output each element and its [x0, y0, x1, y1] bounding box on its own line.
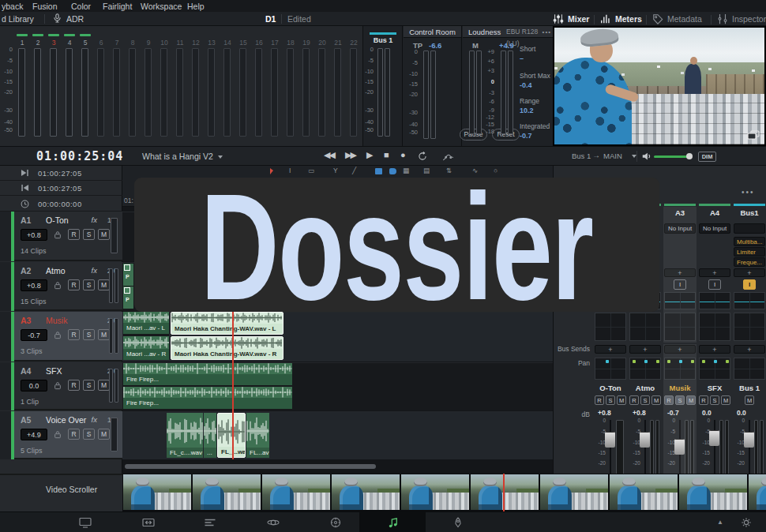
- audio-clip-selected[interactable]: FL_...wav: [217, 413, 246, 458]
- pan-display[interactable]: [699, 358, 730, 380]
- pan-display[interactable]: [595, 358, 626, 380]
- lock-icon[interactable]: [54, 331, 62, 339]
- dynamics-display[interactable]: [734, 313, 765, 341]
- track-gain-value[interactable]: +4.9: [21, 429, 47, 440]
- strip-db-value[interactable]: +0.8: [633, 409, 646, 417]
- track-m-button[interactable]: M: [98, 279, 110, 290]
- scroller-thumbnail[interactable]: [123, 474, 191, 510]
- channel-header[interactable]: Bus1: [734, 208, 765, 217]
- chevron-up-icon[interactable]: ▲: [717, 519, 723, 526]
- audio-clip[interactable]: Fire Firep...Fire Firep...: [123, 363, 292, 409]
- dynamics-display[interactable]: [629, 313, 661, 341]
- sound-library-button[interactable]: d Library: [2, 14, 34, 24]
- lock-icon[interactable]: [54, 381, 62, 390]
- add-effect-button[interactable]: +: [734, 268, 765, 277]
- track-fx-label[interactable]: fx: [92, 266, 97, 275]
- track-r-button[interactable]: R: [68, 229, 80, 240]
- input-selector[interactable]: [734, 223, 765, 234]
- strip-db-value[interactable]: 0.0: [702, 409, 712, 417]
- automation-icon[interactable]: [442, 152, 454, 162]
- eq-display[interactable]: [734, 292, 765, 309]
- effect-slot[interactable]: Freque...: [734, 257, 765, 267]
- scroller-playhead[interactable]: [503, 474, 505, 511]
- track-r-button[interactable]: R: [68, 279, 80, 290]
- media-icon[interactable]: [79, 517, 92, 528]
- edit-info-value[interactable]: 00:00:00:00: [38, 200, 82, 208]
- strip-name[interactable]: Bus 1: [734, 384, 765, 392]
- stop-button[interactable]: ■: [384, 150, 388, 159]
- timeline-scrollbar[interactable]: [125, 464, 376, 469]
- add-effect-button[interactable]: +: [699, 268, 730, 277]
- track-m-button[interactable]: M: [98, 429, 110, 440]
- view-toggle-meters[interactable]: Meters: [615, 14, 642, 24]
- rewind-button[interactable]: ◀◀: [324, 150, 334, 160]
- track-name[interactable]: Voice Over: [46, 415, 86, 425]
- track-name[interactable]: O-Ton: [46, 215, 69, 225]
- strip-db-value[interactable]: +0.8: [598, 409, 611, 417]
- channel-header[interactable]: A4: [699, 208, 730, 217]
- cut-icon[interactable]: [142, 517, 155, 528]
- strip-r-button[interactable]: R: [699, 395, 708, 405]
- bus-send-add-button[interactable]: +: [699, 345, 730, 354]
- audio-clip[interactable]: FL_c....wav: [167, 413, 203, 458]
- gear-icon[interactable]: [741, 517, 752, 528]
- track-s-button[interactable]: S: [83, 279, 95, 290]
- strip-m-button[interactable]: M: [617, 395, 626, 405]
- strip-s-button[interactable]: S: [710, 395, 719, 405]
- bus-send-add-button[interactable]: +: [629, 345, 661, 354]
- track-r-button[interactable]: R: [68, 380, 80, 391]
- track-header-a4[interactable]: A4SFX2.00.0RSM1 Clip: [0, 362, 122, 410]
- audio-clip[interactable]: ...: [204, 413, 216, 458]
- deliver-icon[interactable]: [452, 517, 464, 528]
- dynamics-display[interactable]: [699, 313, 730, 341]
- track-header-a1[interactable]: A1O-Tonfx1.0+0.8RSM14 Clips: [0, 212, 122, 261]
- track-name[interactable]: Musik: [46, 316, 67, 325]
- video-viewer[interactable]: [553, 26, 766, 146]
- strip-s-button[interactable]: S: [606, 395, 615, 405]
- strip-m-button[interactable]: M: [721, 395, 730, 405]
- track-name[interactable]: SFX: [46, 366, 62, 376]
- clip-stub[interactable]: P: [123, 287, 133, 309]
- strip-m-button[interactable]: M: [651, 395, 661, 405]
- track-gain-value[interactable]: +0.8: [21, 229, 47, 241]
- strip-db-value[interactable]: 0.0: [737, 409, 746, 417]
- audio-clip[interactable]: FL...av: [246, 413, 269, 458]
- track-s-button[interactable]: S: [83, 429, 95, 440]
- scroller-thumbnail[interactable]: [332, 474, 400, 510]
- track-m-button[interactable]: M: [98, 329, 110, 340]
- track-r-button[interactable]: R: [68, 329, 80, 340]
- track-gain-value[interactable]: -0.7: [21, 329, 47, 341]
- timeline-selector[interactable]: What is a Hangi V2: [142, 152, 223, 161]
- clip-stub[interactable]: P: [123, 264, 133, 286]
- track-s-button[interactable]: S: [83, 380, 95, 391]
- scroller-thumbnail[interactable]: [540, 474, 608, 510]
- scroller-thumbnail[interactable]: [401, 474, 469, 510]
- insert-button[interactable]: I: [743, 279, 756, 290]
- play-button[interactable]: ▶: [366, 150, 371, 160]
- menu-item-fairlight[interactable]: Fairlight: [103, 2, 132, 11]
- speaker-icon[interactable]: [641, 151, 652, 162]
- strip-name[interactable]: SFX: [699, 384, 730, 392]
- menu-item-color[interactable]: Color: [71, 2, 91, 11]
- eq-display[interactable]: [699, 292, 730, 309]
- lock-icon[interactable]: [54, 281, 62, 290]
- edit-info-value[interactable]: 01:00:27:05: [38, 184, 82, 193]
- adr-button[interactable]: ADR: [66, 14, 84, 24]
- dynamics-display[interactable]: [595, 313, 626, 341]
- effect-slot[interactable]: Limiter: [734, 247, 765, 257]
- loop-icon[interactable]: [418, 152, 427, 161]
- lock-icon[interactable]: [54, 230, 62, 239]
- effect-slot[interactable]: Multiba...: [734, 237, 765, 246]
- scroller-thumbnail[interactable]: [749, 474, 766, 510]
- edit-icon[interactable]: [204, 517, 216, 528]
- mixer-menu-icon[interactable]: •••: [742, 188, 755, 197]
- track-s-button[interactable]: S: [83, 229, 95, 240]
- fader-handle[interactable]: [605, 432, 615, 448]
- view-toggle-mixer[interactable]: Mixer: [568, 14, 589, 24]
- audio-clip-selected[interactable]: Maori Haka Chanting-WAV.wav - R: [171, 336, 283, 360]
- track-header-a3[interactable]: A3Musik2.0-0.7RSM3 Clips: [0, 312, 122, 362]
- skip-start-icon[interactable]: [21, 184, 29, 192]
- bus-send-add-button[interactable]: +: [595, 345, 626, 354]
- scroller-thumbnail[interactable]: [262, 474, 330, 510]
- scroller-thumbnail[interactable]: [471, 474, 539, 510]
